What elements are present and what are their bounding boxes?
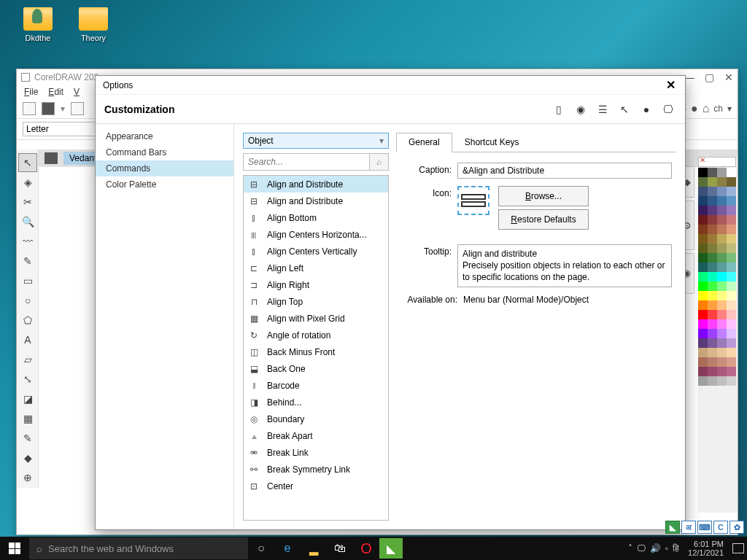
color-swatch[interactable] bbox=[698, 206, 708, 215]
color-swatch[interactable] bbox=[727, 300, 736, 310]
color-swatch[interactable] bbox=[708, 281, 717, 291]
color-swatch[interactable] bbox=[727, 310, 736, 319]
polygon-tool[interactable]: ⬠ bbox=[18, 311, 37, 330]
search-icon[interactable]: ⌕ bbox=[370, 153, 389, 171]
category-command-bars[interactable]: Command Bars bbox=[96, 144, 233, 160]
minimize-button[interactable]: — bbox=[684, 71, 694, 83]
open-button[interactable] bbox=[42, 102, 55, 115]
color-swatch[interactable] bbox=[727, 187, 736, 196]
color-swatch[interactable] bbox=[698, 168, 708, 177]
color-swatch[interactable] bbox=[727, 253, 736, 262]
color-swatch[interactable] bbox=[717, 253, 727, 262]
color-swatch[interactable] bbox=[727, 367, 736, 376]
color-swatch[interactable] bbox=[717, 348, 727, 357]
color-swatch[interactable] bbox=[727, 348, 736, 357]
color-swatch[interactable] bbox=[717, 262, 727, 272]
command-list[interactable]: ⊟Align and Distribute⊟Align and Distribu… bbox=[243, 175, 389, 521]
category-color-palette[interactable]: Color Palette bbox=[96, 176, 233, 192]
command-item[interactable]: ⊓Align Top bbox=[244, 293, 388, 310]
tab-shortcut-keys[interactable]: Shortcut Keys bbox=[452, 133, 532, 152]
color-swatch[interactable] bbox=[708, 348, 717, 357]
color-swatch[interactable] bbox=[727, 291, 736, 300]
color-swatch[interactable] bbox=[698, 300, 708, 310]
parallel-tool[interactable]: ▱ bbox=[18, 350, 37, 369]
zoom-tool[interactable]: 🔍 bbox=[18, 212, 37, 231]
color-swatch[interactable] bbox=[708, 196, 717, 206]
color-swatch[interactable] bbox=[717, 281, 727, 291]
color-swatch[interactable] bbox=[698, 348, 708, 357]
color-swatch[interactable] bbox=[698, 244, 708, 253]
color-swatch[interactable] bbox=[708, 225, 717, 234]
color-swatch[interactable] bbox=[698, 215, 708, 225]
color-swatch[interactable] bbox=[698, 253, 708, 262]
taskbar-opera[interactable]: O bbox=[353, 537, 379, 560]
monitor-icon[interactable]: 🖵 bbox=[660, 102, 676, 117]
connector-tool[interactable]: ⤡ bbox=[18, 370, 37, 389]
command-item[interactable]: ⊏Align Left bbox=[244, 260, 388, 276]
color-swatch[interactable] bbox=[727, 376, 736, 386]
color-swatch[interactable] bbox=[708, 319, 717, 329]
color-swatch[interactable] bbox=[708, 244, 717, 253]
command-item[interactable]: ⦀Barcode bbox=[244, 377, 388, 394]
menu-edit[interactable]: Edit bbox=[48, 87, 63, 97]
bulb-icon[interactable]: ● bbox=[638, 102, 654, 117]
color-swatch[interactable] bbox=[717, 300, 727, 310]
command-item[interactable]: ◫Back Minus Front bbox=[244, 343, 388, 360]
command-item[interactable]: ⊟Align and Distribute bbox=[244, 176, 388, 192]
color-swatch[interactable] bbox=[708, 234, 717, 244]
tray-monitor-icon[interactable]: 🖵 bbox=[637, 543, 646, 553]
tool-bulb-icon[interactable]: ● bbox=[691, 102, 698, 115]
color-swatch[interactable] bbox=[727, 215, 736, 225]
color-swatch[interactable] bbox=[698, 357, 708, 367]
pointer-icon[interactable]: ↖ bbox=[616, 102, 632, 117]
more-tool[interactable]: ⊕ bbox=[18, 468, 37, 487]
command-item[interactable]: ⚮Break Link bbox=[244, 444, 388, 461]
artistic-tool[interactable]: ✎ bbox=[18, 252, 37, 271]
taskbar-explorer[interactable]: ▂ bbox=[301, 537, 327, 560]
color-swatch[interactable] bbox=[698, 187, 708, 196]
tray-clock[interactable]: 6:01 PM 12/1/2021 bbox=[684, 540, 728, 557]
color-swatch[interactable] bbox=[727, 262, 736, 272]
shadow-tool[interactable]: ◪ bbox=[18, 389, 37, 408]
color-swatch[interactable] bbox=[717, 291, 727, 300]
start-button[interactable] bbox=[0, 537, 29, 560]
color-swatch[interactable] bbox=[698, 234, 708, 244]
color-swatch[interactable] bbox=[708, 338, 717, 348]
color-swatch[interactable] bbox=[717, 310, 727, 319]
color-swatch[interactable] bbox=[717, 329, 727, 338]
color-swatch[interactable] bbox=[708, 291, 717, 300]
taskbar-cortana[interactable]: ○ bbox=[248, 537, 274, 560]
command-item[interactable]: ⊟Align and Distribute bbox=[244, 192, 388, 209]
tray-network-icon[interactable]: ▫ bbox=[665, 543, 668, 553]
color-swatch[interactable] bbox=[717, 206, 727, 215]
rectangle-tool[interactable]: ▭ bbox=[18, 271, 37, 290]
color-swatch[interactable] bbox=[708, 310, 717, 319]
color-swatch[interactable] bbox=[708, 206, 717, 215]
home-icon[interactable] bbox=[44, 152, 58, 164]
fill-tool[interactable]: ◆ bbox=[18, 448, 37, 467]
color-swatch[interactable] bbox=[717, 319, 727, 329]
close-button[interactable]: ✕ bbox=[663, 78, 678, 93]
color-swatch[interactable] bbox=[698, 310, 708, 319]
color-swatch[interactable] bbox=[708, 357, 717, 367]
color-swatch[interactable] bbox=[698, 376, 708, 386]
color-swatch[interactable] bbox=[708, 367, 717, 376]
text-tool[interactable]: A bbox=[18, 330, 37, 349]
color-swatch[interactable] bbox=[717, 357, 727, 367]
command-item[interactable]: ⫼Align Centers Horizonta... bbox=[244, 226, 388, 243]
color-swatch[interactable] bbox=[727, 196, 736, 206]
color-swatch[interactable] bbox=[727, 225, 736, 234]
freehand-tool[interactable]: 〰 bbox=[18, 232, 37, 251]
lang-tool-c[interactable]: C bbox=[713, 521, 728, 534]
color-swatch[interactable] bbox=[727, 281, 736, 291]
color-swatch[interactable] bbox=[698, 291, 708, 300]
color-swatch[interactable] bbox=[727, 168, 736, 177]
tab-general[interactable]: General bbox=[396, 133, 452, 152]
color-swatch[interactable] bbox=[727, 234, 736, 244]
tray-volume-icon[interactable]: 🔊 bbox=[650, 543, 661, 553]
command-item[interactable]: ↻Angle of rotation bbox=[244, 327, 388, 343]
tooltip-text[interactable]: Align and distributePrecisely position o… bbox=[457, 244, 672, 287]
color-swatch[interactable] bbox=[698, 319, 708, 329]
tray-language[interactable]: हि bbox=[673, 543, 679, 553]
category-commands[interactable]: Commands bbox=[96, 160, 233, 176]
